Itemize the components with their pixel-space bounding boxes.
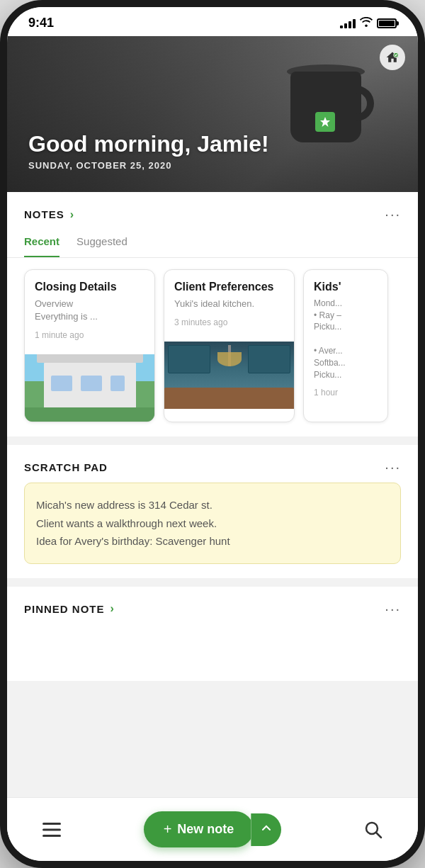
house-window-2 xyxy=(81,376,102,391)
battery-fill xyxy=(379,21,395,26)
scratch-pad-section: SCRATCH PAD ··· Micah's new address is 3… xyxy=(7,445,418,578)
signal-bar-4 xyxy=(353,19,356,28)
note-card-preview-2: Yuki's ideal kitchen. xyxy=(174,298,284,310)
pinned-note-chevron-icon[interactable]: › xyxy=(110,602,114,615)
scratch-pad-more-button[interactable]: ··· xyxy=(385,459,401,475)
house-window-3 xyxy=(110,376,125,391)
house-image xyxy=(25,354,154,422)
scratch-pad-title: SCRATCH PAD xyxy=(24,461,108,473)
plus-icon: + xyxy=(164,821,172,838)
house-window-1 xyxy=(51,376,72,391)
hero-content: Good morning, Jamie! SUNDAY, OCTOBER 25,… xyxy=(28,130,269,171)
notes-section: NOTES › ··· Recent Suggested Cl xyxy=(7,192,418,436)
mug-handle xyxy=(353,86,374,121)
wifi-icon xyxy=(360,17,373,29)
notes-title-row: NOTES › xyxy=(24,208,74,221)
svg-rect-3 xyxy=(42,835,61,837)
signal-bar-2 xyxy=(344,23,347,28)
note-card-client-preferences[interactable]: Client Preferences Yuki's ideal kitchen.… xyxy=(164,269,295,422)
notes-tabs: Recent Suggested xyxy=(7,230,418,258)
notes-title: NOTES xyxy=(24,208,64,220)
status-icons xyxy=(340,17,397,29)
kitchen-lamp xyxy=(228,345,231,366)
pinned-note-title: PINNED NOTE xyxy=(24,603,105,615)
note-card-time-3: 1 hour xyxy=(314,388,378,398)
signal-bar-1 xyxy=(340,26,343,28)
kitchen-counter xyxy=(164,388,294,409)
notes-header: NOTES › ··· xyxy=(7,192,418,230)
pinned-note-more-button[interactable]: ··· xyxy=(385,601,401,617)
note-card-image-1 xyxy=(25,354,154,422)
search-button[interactable] xyxy=(364,821,382,839)
notes-chevron-icon[interactable]: › xyxy=(70,208,74,221)
svg-rect-2 xyxy=(42,828,61,830)
note-card-preview-1: OverviewEverything is ... xyxy=(35,298,144,323)
tab-recent[interactable]: Recent xyxy=(24,230,60,257)
note-card-closing-details[interactable]: Closing Details OverviewEverything is ..… xyxy=(24,269,155,422)
new-note-expand-button[interactable] xyxy=(251,813,281,846)
note-card-body-2: Client Preferences Yuki's ideal kitchen.… xyxy=(164,270,294,342)
scratch-pad-content: Micah's new address is 314 Cedar st. Cli… xyxy=(7,483,418,578)
mug-body xyxy=(290,72,361,142)
new-note-wrapper: + New note xyxy=(144,811,282,847)
status-time: 9:41 xyxy=(28,16,54,30)
pinned-note-header: PINNED NOTE › ··· xyxy=(7,587,418,624)
notes-cards-container: Closing Details OverviewEverything is ..… xyxy=(7,258,418,436)
new-note-label: New note xyxy=(177,822,234,837)
mug-badge xyxy=(315,112,335,132)
note-card-preview-3: Mond...• Ray –Picku...• Aver...Softba...… xyxy=(314,298,378,381)
signal-bar-3 xyxy=(348,21,351,28)
note-card-title-3: Kids' xyxy=(314,280,378,295)
bottom-bar: + New note xyxy=(7,797,418,861)
pinned-note-section: PINNED NOTE › ··· xyxy=(7,587,418,681)
svg-rect-1 xyxy=(42,823,61,825)
pinned-title-row: PINNED NOTE › xyxy=(24,602,114,615)
note-card-kids[interactable]: Kids' Mond...• Ray –Picku...• Aver...Sof… xyxy=(303,269,388,422)
hero-section: Good morning, Jamie! SUNDAY, OCTOBER 25,… xyxy=(7,36,418,192)
home-icon[interactable] xyxy=(380,45,405,70)
notes-more-button[interactable]: ··· xyxy=(385,206,401,222)
house-building xyxy=(44,361,136,415)
scratch-pad-header: SCRATCH PAD ··· xyxy=(7,445,418,483)
hero-date: SUNDAY, OCTOBER 25, 2020 xyxy=(28,160,269,171)
kitchen-image xyxy=(164,342,294,409)
note-card-body-1: Closing Details OverviewEverything is ..… xyxy=(25,270,154,354)
hero-greeting: Good morning, Jamie! xyxy=(28,130,269,157)
scratch-pad-text[interactable]: Micah's new address is 314 Cedar st. Cli… xyxy=(24,483,401,564)
note-card-body-3: Kids' Mond...• Ray –Picku...• Aver...Sof… xyxy=(304,270,387,412)
tab-suggested[interactable]: Suggested xyxy=(76,230,128,257)
kitchen-cabinet-right xyxy=(248,345,290,373)
new-note-button[interactable]: + New note xyxy=(144,811,254,847)
note-card-title-2: Client Preferences xyxy=(174,280,284,295)
note-card-image-2 xyxy=(164,342,294,409)
note-card-title-1: Closing Details xyxy=(35,280,144,295)
house-trees xyxy=(25,407,154,422)
kitchen-cabinet-left xyxy=(168,345,210,373)
hero-mug xyxy=(290,57,390,150)
note-card-time-1: 1 minute ago xyxy=(35,330,144,340)
svg-line-5 xyxy=(376,833,381,838)
status-bar: 9:41 xyxy=(7,7,418,36)
main-content: NOTES › ··· Recent Suggested Cl xyxy=(7,192,418,851)
signal-icon xyxy=(340,18,356,28)
menu-button[interactable] xyxy=(42,823,61,837)
battery-icon xyxy=(377,18,397,28)
note-card-time-2: 3 minutes ago xyxy=(174,317,284,327)
phone-frame: 9:41 xyxy=(0,0,425,868)
